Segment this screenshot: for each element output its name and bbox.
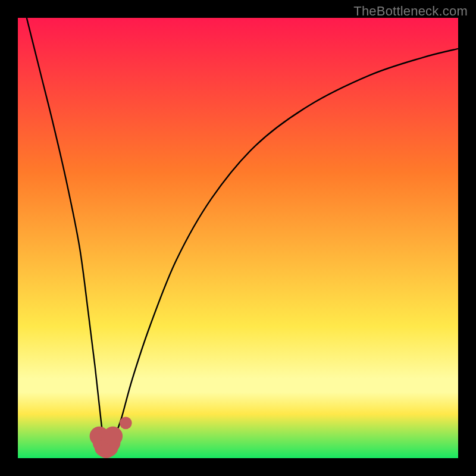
plot-area: [18, 18, 458, 458]
chart-svg: [18, 18, 458, 458]
gradient-background: [18, 18, 458, 458]
marker-cluster-g: [104, 427, 123, 446]
outer-frame: TheBottleneck.com: [0, 0, 476, 476]
marker-outlier: [120, 416, 132, 429]
watermark-text: TheBottleneck.com: [353, 4, 468, 19]
